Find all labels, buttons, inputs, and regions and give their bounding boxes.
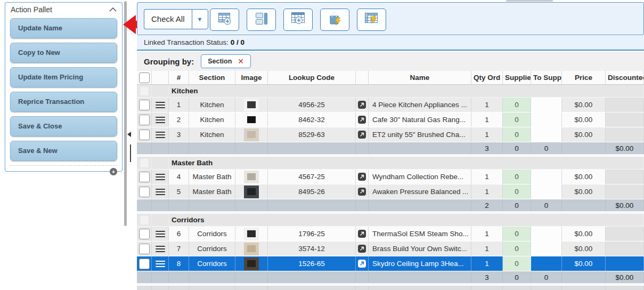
- lookup-cell: 1796-25: [268, 227, 356, 241]
- open-item-icon[interactable]: [358, 188, 366, 196]
- image-cell: [235, 227, 268, 241]
- subtotal-image-cell: [235, 271, 268, 283]
- total-num-cell: [169, 286, 189, 290]
- action-button-save-new[interactable]: Save & New: [10, 141, 117, 161]
- subtotal-image-cell: [235, 142, 268, 154]
- scrollbar-artifact: [506, 0, 553, 2]
- linked-transaction-status-bar: Linked Transaction Status: 0 / 0: [137, 36, 644, 51]
- drag-handle-icon[interactable]: [156, 102, 165, 108]
- open-item-icon[interactable]: [358, 245, 366, 253]
- group-checkbox-placeholder: [140, 87, 149, 95]
- open-item-icon[interactable]: [358, 101, 366, 109]
- image-cell: [235, 112, 268, 127]
- col-header-menu: [152, 71, 169, 84]
- qty-cell: 1: [471, 112, 503, 127]
- to_supp-cell: [531, 112, 562, 127]
- subtotal-section-cell: [189, 271, 235, 283]
- check-cell: [137, 112, 152, 127]
- splitter-collapse-icon[interactable]: [127, 132, 131, 137]
- open-item-icon[interactable]: [358, 131, 366, 139]
- drag-handle-icon[interactable]: [156, 132, 165, 138]
- check-all-button[interactable]: Check All: [144, 9, 192, 29]
- select-all-checkbox[interactable]: [139, 72, 150, 83]
- action-button-reprice-transaction[interactable]: Reprice Transaction: [10, 92, 117, 112]
- check-all-dropdown-button[interactable]: ▼: [192, 9, 208, 29]
- open-item-icon[interactable]: [358, 260, 366, 268]
- drag-handle-icon[interactable]: [156, 174, 165, 180]
- chevron-up-icon[interactable]: [109, 7, 117, 12]
- table-row-7[interactable]: 7Corridors3574-12Brass Build Your Own Sw…: [137, 241, 644, 256]
- row-checkbox[interactable]: [139, 244, 150, 254]
- action-button-copy-to-new[interactable]: Copy to New: [10, 43, 117, 63]
- splitter-handle[interactable]: [130, 144, 131, 162]
- action-button-save-close[interactable]: Save & Close: [10, 116, 117, 136]
- drag-handle-icon[interactable]: [156, 117, 165, 123]
- to_supp-cell: [531, 227, 562, 241]
- open-item-icon[interactable]: [358, 173, 366, 181]
- remove-grouping-icon[interactable]: ✕: [238, 58, 244, 65]
- split-view-button[interactable]: [247, 9, 276, 31]
- action-button-update-name[interactable]: Update Name: [10, 18, 117, 38]
- image-cell: [235, 98, 268, 112]
- num-cell: 2: [169, 112, 189, 127]
- group-header-row: Corridors: [137, 214, 644, 227]
- table-row-4[interactable]: 4Master Bath4567-25Wyndham Collection Re…: [137, 170, 644, 184]
- subtotal-section-cell: [189, 142, 235, 154]
- name-cell: Cafe 30" Natural Gas Rang...: [369, 112, 471, 127]
- lookup-cell: 3574-12: [268, 241, 356, 256]
- menu-cell: [152, 127, 169, 142]
- subtotal-lookup-cell: [268, 142, 356, 154]
- row-checkbox[interactable]: [139, 187, 150, 197]
- row-checkbox[interactable]: [139, 115, 150, 125]
- action-pallet-panel: Action Pallet Update NameCopy to NewUpda…: [5, 2, 123, 172]
- group-header-row: Master Bath: [137, 157, 644, 170]
- discounted-cell: [606, 227, 644, 241]
- group-check-cell: [137, 157, 152, 169]
- table-row-6[interactable]: 6Corridors1796-25ThermaSol ESM Steam Sho…: [137, 227, 644, 241]
- row-checkbox[interactable]: [139, 172, 150, 182]
- table-row-5[interactable]: 5Master Bath8495-26Awaken Pressure Balan…: [137, 184, 644, 199]
- open-item-icon[interactable]: [358, 230, 366, 238]
- app-window: Action Pallet Update NameCopy to NewUpda…: [0, 0, 644, 290]
- table-add-button[interactable]: [283, 9, 313, 31]
- subtotal-price-cell: [562, 142, 606, 154]
- add-action-icon[interactable]: +: [110, 168, 117, 175]
- drag-handle-icon[interactable]: [156, 261, 165, 267]
- total-discounted-cell: $0.00: [606, 286, 644, 290]
- grouping-chip-section[interactable]: Section ✕: [201, 54, 251, 68]
- price-cell: $0.00: [562, 241, 606, 256]
- table-row-1[interactable]: 1Kitchen4956-254 Piece Kitchen Appliance…: [137, 98, 644, 112]
- lookup-cell: 8529-63: [268, 127, 356, 142]
- price-cell: $0.00: [562, 127, 606, 142]
- grouping-label: Grouping by:: [144, 57, 194, 66]
- row-checkbox[interactable]: [139, 229, 150, 239]
- table-row-3[interactable]: 3Kitchen8529-63ET2 unity 55" Brushed Cha…: [137, 127, 644, 142]
- group-check-cell: [137, 85, 152, 97]
- split-view-icon: [254, 11, 269, 28]
- table-row-8[interactable]: 8Corridors1526-65Skydro Ceiling Lamp 3He…: [137, 256, 644, 271]
- image-cell: [235, 184, 268, 199]
- action-button-update-item-pricing[interactable]: Update Item Pricing: [10, 67, 117, 87]
- qty-cell: 1: [471, 184, 503, 199]
- subtotal-link-cell: [356, 142, 369, 154]
- drag-handle-icon[interactable]: [156, 231, 165, 237]
- bag-flash-button[interactable]: [320, 9, 349, 31]
- grid-add-button[interactable]: [210, 9, 239, 31]
- subtotal-price-cell: [562, 199, 606, 211]
- row-checkbox[interactable]: [139, 100, 150, 110]
- action-pallet-header: Action Pallet: [5, 3, 122, 17]
- drag-handle-icon[interactable]: [156, 189, 165, 195]
- col-header-price: Price: [562, 71, 606, 84]
- toolbar-icon-buttons: [210, 9, 386, 31]
- col-header-to_supp: To Supp: [531, 71, 562, 84]
- drag-handle-icon[interactable]: [156, 246, 165, 252]
- table-flash-button[interactable]: [357, 9, 386, 31]
- table-row-2[interactable]: 2Kitchen8462-32Cafe 30" Natural Gas Rang…: [137, 112, 644, 127]
- supplied-cell: 0: [503, 184, 531, 199]
- qty-cell: 1: [471, 170, 503, 184]
- open-item-icon[interactable]: [358, 116, 366, 124]
- row-checkbox[interactable]: [139, 130, 150, 140]
- row-checkbox[interactable]: [139, 259, 150, 269]
- group-subtotal-row: 300$0.00: [137, 271, 644, 284]
- supplied-cell: 0: [503, 256, 531, 271]
